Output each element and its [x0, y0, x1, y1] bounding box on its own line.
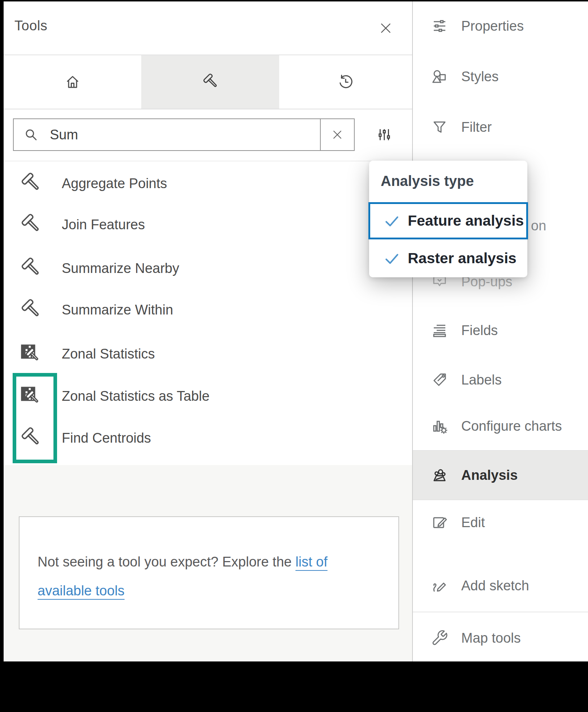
sidebar-item-label: Labels	[461, 372, 502, 388]
panel-title: Tools	[14, 18, 47, 34]
sidebar-item-fields[interactable]: Fields	[413, 313, 588, 348]
map-viewer-screenshot: Tools	[0, 0, 588, 712]
layer-settings-sidebar: Properties Styles Filter on Pop-ups Fiel…	[412, 1, 588, 661]
sidebar-item-label: Styles	[461, 69, 498, 84]
chart-gear-icon	[431, 417, 448, 435]
field-list-icon	[431, 322, 448, 339]
tool-row-summarize-nearby[interactable]: Summarize Nearby	[4, 251, 412, 286]
sidebar-item-configure-charts[interactable]: Configure charts	[413, 409, 588, 443]
hammer-icon	[19, 172, 42, 195]
tool-row-zonal-statistics[interactable]: Zonal Statistics	[4, 337, 412, 371]
hammer-icon	[19, 213, 42, 236]
hammer-icon	[201, 73, 219, 91]
tab-home[interactable]	[4, 55, 141, 109]
tool-label: Zonal Statistics	[62, 346, 155, 362]
sidebar-item-analysis-selected[interactable]: Analysis	[413, 450, 588, 500]
search-input[interactable]	[50, 127, 274, 143]
sidebar-item-label: Analysis	[461, 468, 518, 483]
check-icon	[384, 251, 400, 266]
sidebar-item-styles[interactable]: Styles	[413, 59, 588, 94]
tools-note-box: Not seeing a tool you expect? Explore th…	[19, 516, 399, 629]
close-panel-button[interactable]	[377, 19, 394, 37]
sidebar-item-label: Fields	[461, 323, 498, 338]
analysis-icon	[431, 466, 448, 484]
clear-icon	[331, 129, 343, 141]
tool-label: Summarize Within	[62, 302, 173, 318]
sidebar-item-label: Map tools	[461, 630, 521, 646]
tools-tab-bar	[4, 55, 412, 109]
sidebar-item-add-sketch[interactable]: Add sketch	[413, 568, 588, 603]
sidebar-item-label: Configure charts	[461, 418, 562, 434]
tool-row-aggregate-points[interactable]: Aggregate Points	[4, 166, 412, 201]
tool-row-zonal-statistics-as-table[interactable]: Zonal Statistics as Table	[4, 379, 412, 413]
note-text: Not seeing a tool you expect? Explore th…	[38, 554, 328, 598]
sidebar-item-label: Add sketch	[461, 578, 529, 594]
tool-label: Summarize Nearby	[62, 261, 179, 276]
tool-label: Join Features	[62, 217, 145, 233]
hammer-icon	[19, 298, 42, 321]
check-icon	[384, 213, 400, 229]
sidebar-item-labels[interactable]: Labels	[413, 362, 588, 397]
sidebar-item-properties[interactable]: Properties	[413, 9, 588, 43]
zonal-statistics-icon	[19, 342, 42, 365]
border-left	[0, 0, 4, 661]
sidebar-item-map-tools[interactable]: Map tools	[413, 621, 588, 655]
menu-option-feature-analysis[interactable]: Feature analysis	[368, 202, 528, 239]
border-bottom	[0, 661, 588, 712]
sidebar-item-label: Filter	[461, 120, 492, 135]
tool-label: Aggregate Points	[62, 176, 167, 191]
menu-option-label: Feature analysis	[408, 212, 524, 229]
search-filter-button[interactable]	[375, 125, 394, 144]
tools-panel: Tools	[4, 1, 412, 661]
tab-history[interactable]	[279, 55, 412, 109]
menu-option-label: Raster analysis	[408, 250, 516, 267]
shapes-icon	[431, 68, 448, 85]
search-box	[13, 118, 355, 151]
sidebar-item-label: Properties	[461, 18, 524, 34]
analysis-type-menu-title: Analysis type	[381, 173, 474, 189]
sidebar-item-partially-hidden[interactable]: on	[531, 218, 546, 234]
tool-label: Find Centroids	[62, 430, 151, 446]
tab-tools-selected[interactable]	[141, 55, 279, 109]
tool-row-summarize-within[interactable]: Summarize Within	[4, 292, 412, 327]
hammer-icon	[19, 426, 42, 450]
menu-option-raster-analysis[interactable]: Raster analysis	[370, 243, 526, 274]
clear-search-button[interactable]	[320, 119, 354, 150]
sketch-icon	[431, 577, 448, 594]
wrench-icon	[431, 629, 448, 647]
tag-icon	[431, 371, 448, 388]
zonal-statistics-icon	[19, 385, 42, 408]
funnel-icon	[431, 118, 448, 136]
close-icon	[379, 21, 393, 35]
sidebar-item-label: Edit	[461, 515, 485, 530]
sidebar-item-edit[interactable]: Edit	[413, 505, 588, 540]
analysis-type-menu: Analysis type Feature analysis Raster an…	[369, 161, 527, 277]
tool-row-find-centroids[interactable]: Find Centroids	[4, 421, 412, 455]
sidebar-item-filter[interactable]: Filter	[413, 110, 588, 144]
edit-icon	[431, 514, 448, 531]
tool-label: Zonal Statistics as Table	[62, 388, 209, 404]
search-icon	[23, 127, 39, 143]
sliders-icon	[431, 17, 448, 35]
sliders-vertical-icon	[376, 126, 393, 143]
home-icon	[64, 73, 81, 91]
search-input-area[interactable]	[14, 119, 320, 150]
divider	[4, 161, 412, 161]
hammer-icon	[19, 257, 42, 280]
tool-row-join-features[interactable]: Join Features	[4, 207, 412, 242]
divider	[413, 612, 588, 612]
history-icon	[337, 73, 354, 91]
